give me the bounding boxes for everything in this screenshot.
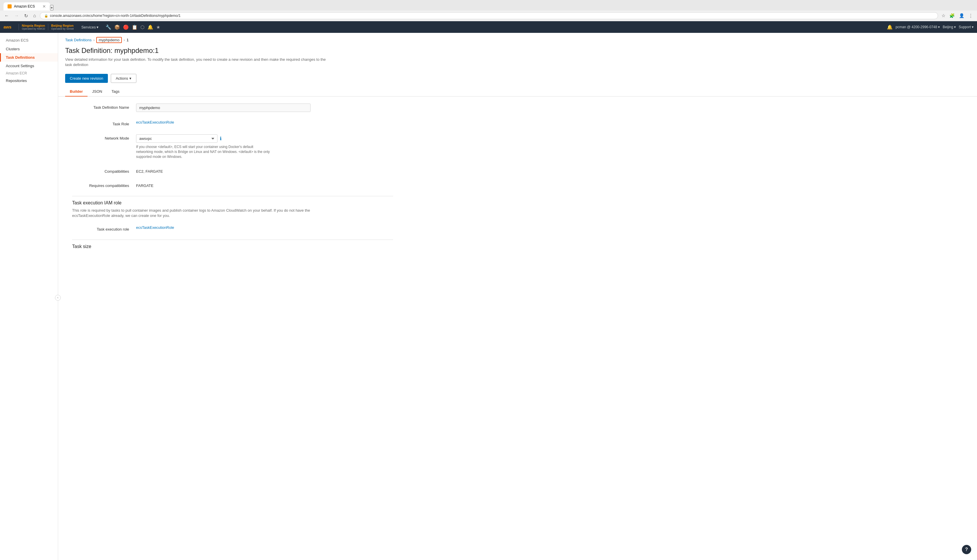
home-button[interactable]: ⌂ — [32, 13, 38, 19]
tab-json[interactable]: JSON — [88, 87, 107, 97]
network-mode-hint: If you choose <default>, ECS will start … — [136, 145, 270, 159]
form-content: Task Definition Name Task Role ecsTaskEx… — [58, 97, 407, 263]
services-chevron-icon: ▾ — [97, 25, 98, 29]
sidebar-ecr-title: Amazon ECR — [0, 70, 58, 77]
requires-compatibilities-row: Requires compatibilities FARGATE — [72, 182, 393, 188]
sidebar-item-repositories[interactable]: Repositories — [0, 77, 58, 85]
task-execution-role-label: Task execution role — [72, 225, 136, 232]
tab-tags[interactable]: Tags — [107, 87, 124, 97]
network-mode-select-wrapper: awsvpc ℹ — [136, 134, 310, 143]
sidebar-collapse-button[interactable]: ‹ — [55, 295, 61, 301]
help-button[interactable]: ? — [962, 545, 971, 554]
task-execution-role-link[interactable]: ecsTaskExecutionRole — [136, 225, 174, 230]
menu-button[interactable]: ⋮ — [967, 13, 974, 19]
network-mode-row: Network Mode awsvpc ℹ If you choose <def… — [72, 134, 393, 159]
user-label: pcman @ 4200-2996-0748 — [895, 25, 937, 29]
sidebar-item-task-definitions[interactable]: Task Definitions — [0, 53, 58, 62]
toolbar-icons: ☆ 🧩 👤 ⋮ — [940, 13, 974, 19]
aws-logo[interactable]: aws — [3, 24, 14, 30]
tabs-bar: Builder JSON Tags — [58, 87, 977, 97]
iam-section-divider: Task execution IAM role This role is req… — [72, 196, 393, 218]
sidebar-item-repositories-label: Repositories — [6, 78, 27, 83]
region-ningxia: Ningxia Region Operated by NWCD — [18, 24, 48, 30]
main-content: Task Definitions › myphpdemo › 1 Task De… — [58, 33, 977, 560]
aws-logo-svg: aws — [3, 24, 14, 30]
icon3[interactable]: 🔴 — [123, 25, 129, 30]
icon5[interactable]: ⬡ — [140, 25, 145, 30]
task-role-label: Task Role — [72, 120, 136, 126]
bookmark-star-button[interactable]: ☆ — [940, 13, 947, 19]
icon7[interactable]: ★ — [156, 25, 160, 30]
task-definition-name-input[interactable] — [136, 103, 310, 112]
tab-json-label: JSON — [92, 89, 102, 93]
actions-chevron-icon: ▾ — [129, 76, 132, 80]
aws-topnav: aws Ningxia Region Operated by NWCD Beij… — [0, 21, 977, 33]
icon1[interactable]: 🔧 — [105, 25, 112, 30]
extensions-button[interactable]: 🧩 — [948, 13, 956, 19]
tab-close-button[interactable]: ✕ — [42, 4, 46, 9]
region2-title: Beijing Region — [51, 24, 74, 27]
browser-toolbar: ← → ↻ ⌂ 🔒 console.amazonaws.cn/ecs/home?… — [0, 10, 977, 21]
user-chevron-icon: ▾ — [938, 25, 940, 29]
region-selector[interactable]: Beijing ▾ — [943, 25, 956, 29]
support-label: Support — [959, 25, 971, 29]
region2-sub: Operated by Sinnet — [51, 27, 74, 30]
new-tab-button[interactable]: + — [50, 5, 53, 10]
bell-icon[interactable]: 🔔 — [887, 25, 893, 30]
compatibilities-row: Compatibilities EC2, FARGATE — [72, 167, 393, 173]
sidebar-item-account-settings[interactable]: Account Settings — [0, 62, 58, 70]
breadcrumb-current: myphpdemo — [96, 37, 122, 43]
user-menu[interactable]: pcman @ 4200-2996-0748 ▾ — [895, 25, 940, 29]
aws-regions: Ningxia Region Operated by NWCD Beijing … — [18, 24, 77, 30]
task-definition-name-row: Task Definition Name — [72, 103, 393, 112]
tab-favicon — [8, 4, 12, 8]
back-button[interactable]: ← — [3, 13, 10, 19]
requires-compatibilities-label: Requires compatibilities — [72, 182, 136, 188]
network-mode-select[interactable]: awsvpc — [136, 134, 217, 143]
action-bar: Create new revision Actions ▾ — [58, 70, 977, 87]
icon6[interactable]: 🔔 — [147, 25, 153, 30]
icon4[interactable]: 📋 — [132, 25, 138, 30]
breadcrumb-task-definitions[interactable]: Task Definitions — [65, 38, 92, 42]
requires-compatibilities-value: FARGATE — [136, 182, 310, 188]
create-revision-button[interactable]: Create new revision — [65, 74, 108, 83]
breadcrumb: Task Definitions › myphpdemo › 1 — [58, 33, 977, 45]
breadcrumb-revision: 1 — [127, 38, 128, 42]
region1-title: Ningxia Region — [22, 24, 45, 27]
sidebar-title: Amazon ECS — [0, 36, 58, 45]
services-nav-item[interactable]: Services ▾ — [82, 25, 99, 29]
task-definition-name-field — [136, 103, 310, 112]
task-execution-role-field: ecsTaskExecutionRole — [136, 225, 310, 230]
region-beijing: Beijing Region Operated by Sinnet — [48, 24, 77, 30]
security-lock-icon: 🔒 — [44, 14, 48, 18]
icon2[interactable]: 📦 — [114, 25, 120, 30]
task-role-link[interactable]: ecsTaskExecutionRole — [136, 120, 174, 125]
requires-compatibilities-field: FARGATE — [136, 182, 310, 188]
iam-section-description: This role is required by tasks to pull c… — [72, 208, 334, 218]
network-mode-info-icon[interactable]: ℹ — [220, 136, 222, 141]
task-execution-role-row: Task execution role ecsTaskExecutionRole — [72, 225, 393, 232]
sidebar-item-clusters[interactable]: Clusters — [0, 45, 58, 53]
actions-button[interactable]: Actions ▾ — [111, 74, 137, 83]
actions-label: Actions — [116, 76, 128, 80]
compatibilities-field: EC2, FARGATE — [136, 167, 310, 173]
tab-title: Amazon ECS — [14, 4, 35, 8]
topnav-right: 🔔 pcman @ 4200-2996-0748 ▾ Beijing ▾ Sup… — [887, 25, 974, 30]
network-mode-field: awsvpc ℹ If you choose <default>, ECS wi… — [136, 134, 310, 159]
sidebar-item-task-definitions-label: Task Definitions — [6, 55, 35, 60]
support-menu[interactable]: Support ▾ — [959, 25, 974, 29]
forward-button[interactable]: → — [13, 13, 20, 19]
nav-icons: 🔧 📦 🔴 📋 ⬡ 🔔 ★ — [105, 25, 160, 30]
task-size-section-title: Task size — [72, 244, 393, 249]
app-layout: Amazon ECS Clusters Task Definitions Acc… — [0, 33, 977, 560]
browser-tab[interactable]: Amazon ECS ✕ — [3, 2, 50, 10]
profile-button[interactable]: 👤 — [958, 13, 966, 19]
address-bar[interactable]: 🔒 console.amazonaws.cn/ecs/home?region=c… — [40, 12, 938, 19]
sidebar-item-clusters-label: Clusters — [6, 47, 20, 51]
services-label: Services — [82, 25, 96, 29]
task-definition-name-label: Task Definition Name — [72, 103, 136, 110]
page-title: Task Definition: myphpdemo:1 — [65, 47, 970, 55]
tab-builder[interactable]: Builder — [65, 87, 88, 97]
refresh-button[interactable]: ↻ — [23, 13, 29, 19]
task-role-field: ecsTaskExecutionRole — [136, 120, 310, 125]
